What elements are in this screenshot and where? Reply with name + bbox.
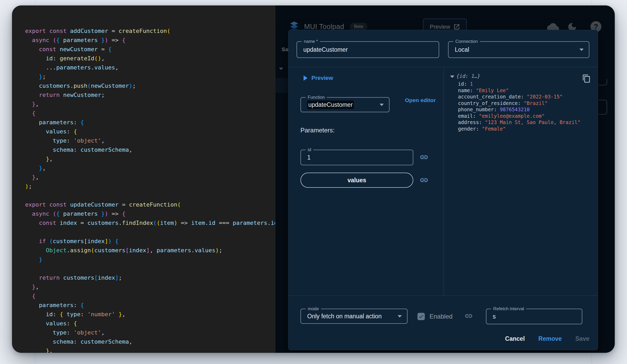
code-line: async ({ parameters }) => { [25, 209, 275, 218]
result-entry: name: "Emily Lee" [458, 87, 580, 94]
code-line: id: generateId(), [25, 54, 275, 63]
code-line: customers.push(newCustomer); [25, 81, 275, 90]
parameters-heading: Parameters: [300, 127, 335, 134]
function-value: updateCustomer [307, 101, 354, 109]
code-line: }, [25, 346, 275, 353]
code-line [25, 227, 275, 237]
refetch-link-icon[interactable] [465, 312, 473, 321]
query-name-label: name * [302, 39, 320, 44]
connection-value: Local [455, 42, 575, 57]
code-line: ); [25, 182, 275, 191]
chevron-down-icon [398, 315, 402, 318]
play-icon [304, 75, 307, 81]
code-line: Object.assign(customers[index], paramete… [25, 246, 275, 255]
code-line: return newCustomer; [25, 90, 275, 99]
result-entry: account_creation_date: "2022-03-15" [458, 93, 580, 100]
code-line: id: { type: 'number' }, [25, 310, 275, 319]
expand-toggle-icon[interactable] [450, 75, 454, 79]
code-line: async ({ parameters }) => { [25, 36, 275, 45]
code-line: }, [25, 173, 275, 182]
code-line: schema: customerSchema, [25, 145, 275, 154]
chevron-down-icon [380, 104, 384, 106]
refetch-interval-field[interactable]: Refetch interval [486, 309, 582, 324]
run-preview-label: Preview [311, 75, 333, 81]
code-line: type: 'object', [25, 136, 275, 145]
code-line: }, [25, 99, 275, 109]
link-icon [420, 153, 428, 162]
function-select[interactable]: Function updateCustomer [300, 97, 390, 112]
result-entry: phone_number: 9876543210 [458, 106, 580, 113]
bind-values-link-icon[interactable] [420, 176, 428, 185]
query-editor-dialog: name * Connection Local Preview Function [288, 30, 598, 350]
result-entries: id: 1name: "Emily Lee"account_creation_d… [458, 81, 580, 132]
code-line: }, [25, 282, 275, 291]
mode-value: Only fetch on manual action [307, 309, 393, 323]
code-line: export const updateCustomer = createFunc… [25, 200, 275, 209]
connection-select[interactable]: Connection Local [448, 41, 589, 58]
copy-icon [582, 74, 591, 83]
result-summary: {id: 1…} [456, 73, 480, 79]
link-icon [465, 312, 473, 320]
result-entry: email: "emilylee@example.com" [458, 113, 580, 119]
code-line: type: 'object', [25, 328, 275, 337]
code-line: schema: customerSchema, [25, 337, 275, 346]
query-result-panel: {id: 1…} id: 1name: "Emily Lee"account_c… [444, 67, 598, 295]
code-line: return customers[index]; [25, 273, 275, 282]
enabled-label: Enabled [429, 313, 452, 320]
result-entry: country_of_residence: "Brazil" [458, 100, 580, 107]
code-content: export const addCustomer = createFunctio… [25, 26, 275, 353]
code-line: }, [25, 154, 275, 163]
code-line: } [25, 255, 275, 264]
cancel-button[interactable]: Cancel [505, 335, 525, 342]
query-name-field[interactable]: name * [297, 41, 439, 58]
code-line: if (customers[index]) { [25, 237, 275, 246]
param-values-button[interactable]: values [300, 173, 413, 188]
code-line: values: { [25, 127, 275, 136]
code-line: const index = customers.findIndex((item)… [25, 218, 275, 227]
dialog-action-buttons: Cancel Remove Save [505, 332, 589, 345]
query-name-input[interactable] [297, 42, 439, 57]
param-id-field[interactable]: id [300, 150, 413, 165]
run-preview-button[interactable]: Preview [304, 73, 333, 83]
code-line: }, [25, 163, 275, 173]
check-icon [418, 314, 424, 319]
code-line: { [25, 291, 275, 301]
app-window: export const addCustomer = createFunctio… [12, 5, 615, 353]
code-line: values: { [25, 319, 275, 328]
dialog-footer-section: mode Only fetch on manual action Enabled [288, 295, 598, 350]
code-line: parameters: { [25, 118, 275, 127]
open-editor-link[interactable]: Open editor [405, 95, 436, 105]
result-entry: id: 1 [458, 81, 580, 87]
code-line [25, 191, 275, 200]
refetch-interval-label: Refetch interval [491, 306, 526, 312]
toolpad-app-panel: MUI Toolpad Beta Preview ? [275, 5, 615, 353]
save-button[interactable]: Save [575, 335, 589, 342]
code-line: }; [25, 72, 275, 81]
code-line: const newCustomer = { [25, 45, 275, 54]
copy-button[interactable] [582, 74, 591, 84]
param-id-label: id [306, 147, 313, 152]
code-line: ...parameters.values, [25, 63, 275, 72]
bind-id-link-icon[interactable] [420, 153, 428, 162]
enabled-checkbox[interactable] [417, 313, 425, 320]
code-line: { [25, 109, 275, 118]
mode-select[interactable]: mode Only fetch on manual action [300, 309, 408, 324]
result-entry: gender: "Female" [458, 126, 580, 132]
dialog-body-section: Preview Function updateCustomer Open edi… [288, 67, 598, 295]
code-line: export const addCustomer = createFunctio… [25, 26, 275, 36]
link-icon [420, 176, 428, 185]
result-entry: address: "123 Main St, Sao Paulo, Brazil… [458, 119, 580, 126]
dialog-header-section: name * Connection Local [288, 30, 598, 67]
code-line [25, 264, 275, 273]
chevron-down-icon [579, 49, 584, 51]
param-id-input[interactable] [301, 150, 413, 165]
remove-button[interactable]: Remove [538, 335, 562, 342]
code-editor[interactable]: export const addCustomer = createFunctio… [12, 5, 275, 353]
code-line: parameters: { [25, 301, 275, 310]
